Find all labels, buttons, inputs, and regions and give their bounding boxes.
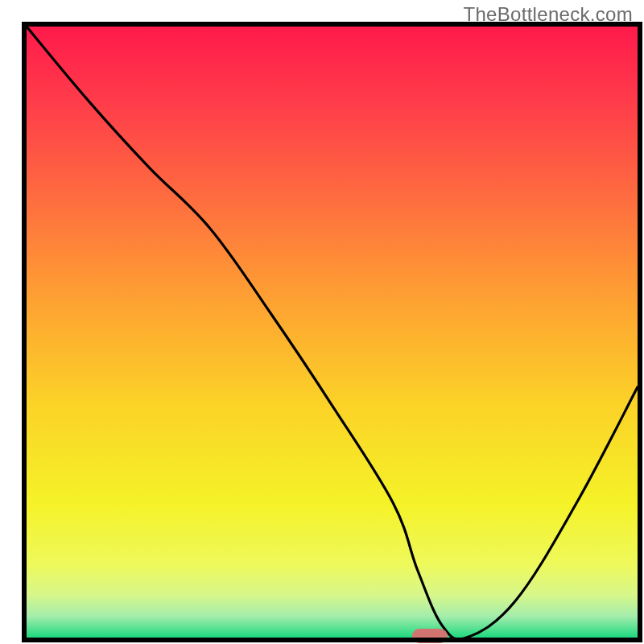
chart-stage: TheBottleneck.com [0, 0, 644, 644]
gradient-background [27, 27, 638, 638]
bottleneck-chart [0, 0, 644, 644]
watermark-text: TheBottleneck.com [463, 3, 633, 26]
